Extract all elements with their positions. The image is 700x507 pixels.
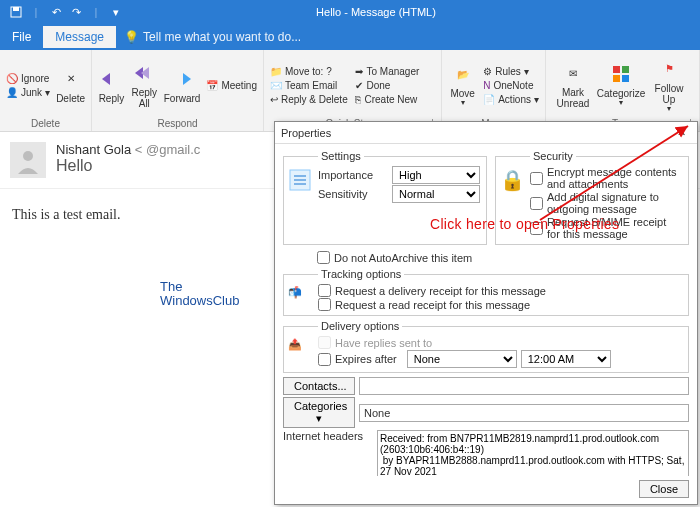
check-icon: ✔	[355, 80, 363, 91]
svg-rect-4	[613, 75, 620, 82]
internet-headers-text[interactable]: Received: from BN7PR11MB2819.namprd11.pr…	[377, 430, 689, 476]
folder-icon: 📁	[270, 66, 282, 77]
sign-checkbox[interactable]	[530, 197, 543, 210]
move-button[interactable]: 📂Move▾	[448, 62, 477, 108]
delivery-icon: 📤	[288, 338, 312, 362]
forward-icon	[170, 67, 194, 91]
tell-me-search[interactable]: 💡 Tell me what you want to do...	[124, 30, 301, 44]
chevron-down-icon: ▾	[316, 412, 322, 424]
qat-sep: |	[88, 4, 104, 20]
reply-all-button[interactable]: Reply All	[131, 61, 158, 109]
junk-icon: 👤	[6, 87, 18, 98]
annotation-text: Click here to open Properties	[430, 216, 619, 232]
mark-unread-button[interactable]: ✉Mark Unread	[552, 61, 594, 109]
forward-icon: ➡	[355, 66, 363, 77]
reply-delete-icon: ↩	[270, 94, 278, 105]
junk-button[interactable]: 👤Junk▾	[6, 86, 50, 99]
quickstep-done[interactable]: ✔Done	[355, 79, 435, 92]
sensitivity-select[interactable]: Normal	[392, 185, 480, 203]
delivery-group: Delivery options 📤 Have replies sent to …	[283, 320, 689, 373]
group-label: Respond	[98, 118, 257, 131]
close-button[interactable]: Close	[639, 480, 689, 498]
replies-checkbox	[318, 336, 331, 349]
tracking-group: Tracking options 📬 Request a delivery re…	[283, 268, 689, 316]
delete-icon: ✕	[59, 67, 83, 91]
save-icon[interactable]	[8, 4, 24, 20]
quickstep-createnew[interactable]: ⎘Create New	[355, 93, 435, 106]
encrypt-checkbox[interactable]	[530, 172, 543, 185]
svg-rect-2	[613, 66, 620, 73]
sender-email: < @gmail.c	[135, 142, 201, 157]
create-icon: ⎘	[355, 94, 361, 105]
categorize-icon	[609, 62, 633, 86]
actions-button[interactable]: 📄Actions▾	[483, 93, 539, 106]
tab-message[interactable]: Message	[43, 26, 116, 48]
read-receipt-checkbox[interactable]	[318, 298, 331, 311]
message-subject: Hello	[56, 157, 200, 175]
tracking-icon: 📬	[288, 286, 312, 310]
settings-icon	[288, 168, 312, 192]
expires-time-select[interactable]: 12:00 AM	[521, 350, 611, 368]
qat-dropdown-icon[interactable]: ▾	[108, 4, 124, 20]
ignore-icon: 🚫	[6, 73, 18, 84]
properties-dialog: Properties ✕ Settings ImportanceHigh Sen…	[274, 121, 698, 505]
ribbon-tabs: File Message 💡 Tell me what you want to …	[0, 24, 700, 50]
autoarchive-checkbox[interactable]	[317, 251, 330, 264]
contacts-button[interactable]: Contacts...	[283, 377, 355, 395]
group-label: Delete	[6, 118, 85, 131]
delivery-receipt-checkbox[interactable]	[318, 284, 331, 297]
chevron-down-icon: ▾	[534, 94, 539, 105]
mail-unread-icon: ✉	[561, 61, 585, 85]
qat-sep: |	[28, 4, 44, 20]
close-icon[interactable]: ✕	[671, 126, 691, 139]
tab-file[interactable]: File	[0, 26, 43, 48]
mail-icon: ✉️	[270, 80, 282, 91]
actions-icon: 📄	[483, 94, 495, 105]
importance-select[interactable]: High	[392, 166, 480, 184]
flag-icon: ⚑	[657, 57, 681, 81]
forward-button[interactable]: Forward	[164, 67, 201, 104]
quickstep-teamemail[interactable]: ✉️Team Email	[270, 79, 355, 92]
avatar	[10, 142, 46, 178]
rules-icon: ⚙	[483, 66, 492, 77]
chevron-down-icon: ▾	[619, 99, 623, 108]
onenote-icon: N	[483, 80, 490, 91]
categorize-button[interactable]: Categorize▾	[600, 62, 642, 108]
expires-date-select[interactable]: None	[407, 350, 517, 368]
watermark: The WindowsClub	[160, 280, 239, 309]
title-bar: | ↶ ↷ | ▾ Hello - Message (HTML)	[0, 0, 700, 24]
chevron-down-icon: ▾	[45, 87, 50, 98]
onenote-button[interactable]: NOneNote	[483, 79, 539, 92]
quickstep-replydelete[interactable]: ↩Reply & Delete	[270, 93, 355, 106]
meeting-button[interactable]: 📅Meeting	[206, 79, 257, 92]
categories-field[interactable]: None	[359, 404, 689, 422]
categories-button[interactable]: Categories ▾	[283, 397, 355, 428]
followup-button[interactable]: ⚑Follow Up▾	[648, 57, 690, 114]
chevron-down-icon: ▾	[461, 99, 465, 108]
quickstep-moveto[interactable]: 📁Move to: ?	[270, 65, 355, 78]
sender-name: Nishant Gola	[56, 142, 131, 157]
expires-checkbox[interactable]	[318, 353, 331, 366]
svg-rect-5	[622, 75, 629, 82]
undo-icon[interactable]: ↶	[48, 4, 64, 20]
reply-icon	[99, 67, 123, 91]
quickstep-tomanager[interactable]: ➡To Manager	[355, 65, 435, 78]
delete-button[interactable]: ✕Delete	[56, 67, 85, 104]
svg-rect-3	[622, 66, 629, 73]
svg-rect-1	[13, 7, 19, 11]
contacts-field[interactable]	[359, 377, 689, 395]
dialog-title: Properties	[281, 127, 331, 139]
lightbulb-icon: 💡	[124, 30, 139, 44]
lock-icon: 🔒	[500, 168, 524, 192]
meeting-icon: 📅	[206, 80, 218, 91]
window-title: Hello - Message (HTML)	[132, 6, 620, 18]
rules-button[interactable]: ⚙Rules▾	[483, 65, 539, 78]
ribbon: 🚫Ignore 👤Junk▾ ✕Delete Delete Reply Repl…	[0, 50, 700, 132]
chevron-down-icon: ▾	[524, 66, 529, 77]
internet-headers-label: Internet headers	[283, 430, 373, 476]
svg-point-6	[23, 151, 33, 161]
redo-icon[interactable]: ↷	[68, 4, 84, 20]
ignore-button[interactable]: 🚫Ignore	[6, 72, 50, 85]
reply-button[interactable]: Reply	[98, 67, 125, 104]
chevron-down-icon: ▾	[667, 105, 671, 114]
